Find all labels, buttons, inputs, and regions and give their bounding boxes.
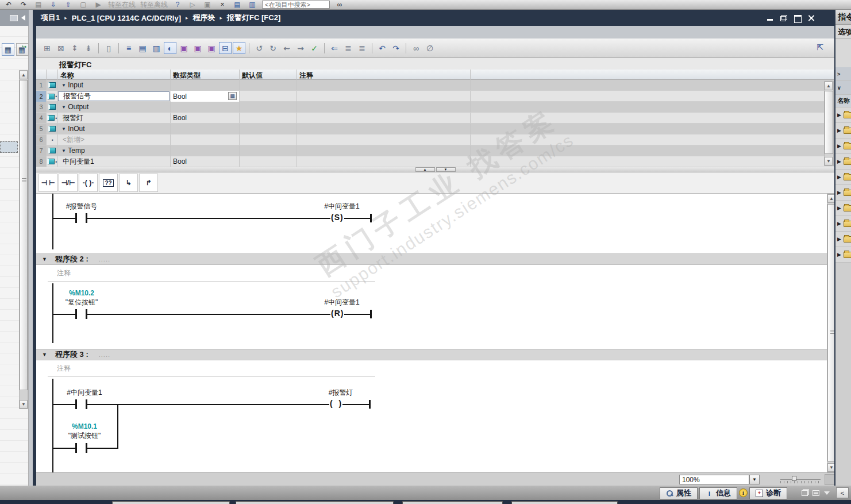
open-branch-icon[interactable]: ↳ <box>119 174 138 192</box>
goto-next-icon[interactable]: ⇝ <box>294 42 307 54</box>
online-diagnostics-icon[interactable]: ? <box>172 1 183 9</box>
column-name[interactable]: 名称 <box>58 70 171 80</box>
start-runtime-icon[interactable]: ▶ <box>93 1 103 9</box>
nc-contact-icon[interactable]: ⊣/⊢ <box>59 174 78 192</box>
panel-list-icon[interactable] <box>813 490 819 496</box>
monitoring-icon[interactable]: ∞ <box>410 42 422 54</box>
contact-operand-label[interactable]: #中间变量1 <box>41 388 128 398</box>
network-title-dots[interactable]: ..... <box>99 256 110 263</box>
close-icon[interactable] <box>808 15 815 21</box>
keep-actual-values-icon[interactable]: ▯ <box>102 42 115 54</box>
start-simulation-icon[interactable]: ▢ <box>78 1 88 9</box>
instruction-folder-row[interactable]: ▶ <box>835 170 851 185</box>
redo-icon[interactable]: ↷ <box>18 1 29 9</box>
start-cpu-icon[interactable]: ▷ <box>187 1 198 9</box>
contact-bar[interactable] <box>75 443 77 453</box>
table-row-alarm-lamp[interactable]: 4 ▪ 报警灯 Bool <box>36 113 834 124</box>
breadcrumb-plc[interactable]: PLC_1 [CPU 1214C AC/DC/Rly] <box>72 14 181 22</box>
collapse-left-icon[interactable] <box>21 15 25 21</box>
coil-icon[interactable]: -( )- <box>79 174 98 192</box>
tab-diagnostics[interactable]: + 诊断 <box>749 487 787 499</box>
collapse-statements-icon[interactable]: ≣ <box>356 42 368 54</box>
network-3-header[interactable]: ▼ 程序段 3 : ..... <box>36 349 827 360</box>
undo-icon[interactable]: ↶ <box>3 1 14 9</box>
output-coil[interactable]: ( ) <box>329 399 342 408</box>
expand-statements-icon[interactable]: ≣ <box>342 42 355 54</box>
zoom-level-field[interactable]: 100% <box>679 475 749 484</box>
tree-sync-icon[interactable]: ▦↪ <box>16 43 29 56</box>
minimize-icon[interactable] <box>767 15 773 21</box>
taskbar-button[interactable] <box>236 501 394 504</box>
column-default[interactable]: 默认值 <box>240 70 297 80</box>
prev-error-icon[interactable]: ↺ <box>253 42 265 54</box>
network-comment[interactable]: 注释 <box>57 364 71 374</box>
instruction-folder-row[interactable]: ▶ <box>835 154 851 170</box>
datatype-dropdown-icon[interactable]: ▦ <box>228 92 237 100</box>
table-scrollbar[interactable]: ▲ ▼ <box>824 81 834 166</box>
table-row-temp[interactable]: 7 ▼ Temp <box>36 145 834 156</box>
insert-row-icon[interactable]: ⊞ <box>41 42 53 54</box>
no-contact-icon[interactable]: ⊣ ⊢ <box>38 174 57 192</box>
collapse-networks-icon[interactable]: ⊟ <box>219 42 232 54</box>
tree-selected-cell[interactable] <box>0 141 18 153</box>
network-2-header[interactable]: ▼ 程序段 2 : ..... <box>36 253 827 265</box>
favorites-section[interactable]: > <box>835 67 851 81</box>
collapse-network-icon[interactable]: ▼ <box>42 256 47 262</box>
table-row-temp-var[interactable]: 8 ▪ 中间变量1 Bool <box>36 156 834 167</box>
goto-prev-icon[interactable]: ⇜ <box>280 42 293 54</box>
coil-operand-label[interactable]: #中间变量1 <box>299 298 385 307</box>
network-title-dots[interactable]: ..... <box>99 351 110 358</box>
go-online-button[interactable]: 转至在线 <box>108 0 136 10</box>
contact-bar[interactable] <box>75 213 77 223</box>
network-comments-icon[interactable]: ◐ <box>164 42 176 54</box>
split-vertical-icon[interactable]: ▥ <box>247 1 257 9</box>
panel-icon[interactable] <box>10 15 18 21</box>
instruction-folder-row[interactable]: ▶ <box>835 232 851 247</box>
tree-view-icon[interactable]: ▦ <box>2 43 14 56</box>
project-tree-scrollbar[interactable]: ▲ ▼ <box>19 70 28 409</box>
zoom-slider[interactable] <box>780 478 821 483</box>
update-block-calls-icon[interactable]: ✓ <box>308 42 321 54</box>
maximize-icon[interactable] <box>794 15 801 21</box>
jump-to-definition-icon[interactable]: ⇐ <box>328 42 341 54</box>
scrollbar-thumb[interactable] <box>825 91 833 154</box>
network-sequence-icon[interactable]: ▤ <box>136 42 149 54</box>
column-datatype[interactable]: 数据类型 <box>171 70 240 80</box>
nav-back-icon[interactable]: ↶ <box>376 42 388 54</box>
block-interface-icon[interactable]: ▥ <box>150 42 163 54</box>
restore-icon[interactable] <box>780 15 787 21</box>
contact-address-label[interactable]: %M10.2 <box>38 289 125 297</box>
basic-instructions-section[interactable]: ∨ <box>835 81 851 95</box>
go-offline-button[interactable]: 转至离线 <box>140 0 168 10</box>
reset-coil[interactable]: (R) <box>330 309 344 318</box>
splitter-up-icon[interactable]: ▲ <box>415 167 435 172</box>
breadcrumb-project[interactable]: 项目1 <box>41 13 60 23</box>
breadcrumb-block[interactable]: 报警灯FC [FC2] <box>227 13 280 23</box>
float-panel-icon[interactable] <box>802 490 808 496</box>
instruction-folder-row[interactable]: ▶ <box>835 201 851 216</box>
empty-box-icon[interactable]: ?? <box>99 174 118 192</box>
zoom-dropdown-icon[interactable]: ▼ <box>749 475 760 484</box>
taskbar-button[interactable] <box>402 501 503 504</box>
next-error-icon[interactable]: ↻ <box>267 42 279 54</box>
close-branch-icon[interactable]: ↱ <box>139 174 158 192</box>
download-to-device-icon[interactable]: ⇩ <box>48 1 59 9</box>
split-horizontal-icon[interactable]: ▤ <box>232 1 242 9</box>
project-search-input[interactable] <box>262 1 330 9</box>
absolute-operands-icon[interactable]: ≡ <box>122 42 135 54</box>
instruction-folder-row[interactable]: ▶ <box>835 138 851 154</box>
contact-tag-label[interactable]: "复位按钮" <box>38 298 125 307</box>
options-label[interactable]: 选项 <box>835 25 851 39</box>
instruction-folder-row[interactable]: ▶ <box>835 185 851 201</box>
instruction-folder-row[interactable]: ▶ <box>835 107 851 123</box>
contact-operand-label[interactable]: #报警信号 <box>38 202 125 211</box>
taskbar-button[interactable] <box>112 501 230 504</box>
collapse-arrow-icon[interactable]: ▼ <box>60 105 66 110</box>
collapse-arrow-icon[interactable]: ▼ <box>60 83 66 88</box>
name-edit-field[interactable]: 报警信号 <box>58 91 170 101</box>
table-row-alarm-signal[interactable]: 2 ▪ 报警信号 Bool▦ <box>36 91 834 102</box>
scroll-down-icon[interactable]: ▼ <box>20 400 28 409</box>
instruction-folder-row[interactable]: ▶ <box>835 123 851 138</box>
network-comment[interactable]: 注释 <box>57 268 71 278</box>
collapse-right-panel-button[interactable]: < <box>836 487 849 498</box>
